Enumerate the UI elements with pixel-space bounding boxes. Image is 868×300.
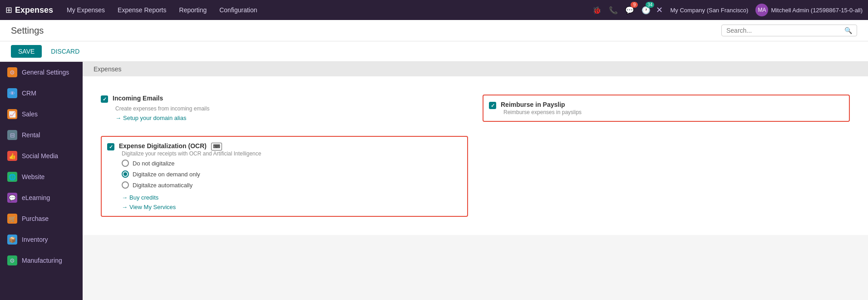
incoming-emails-title: Incoming Emails xyxy=(113,95,163,102)
ocr-title: Expense Digitalization (OCR) ⌨ xyxy=(119,142,222,150)
sidebar-item-label: Purchase xyxy=(22,215,49,222)
menu-configuration[interactable]: Configuration xyxy=(213,0,263,20)
rental-icon: ⊟ xyxy=(7,130,17,140)
reimburse-setting-wrapper: Reimburse in Payslip Reimburse expenses … xyxy=(475,87,857,129)
buy-credits-link[interactable]: → Buy credits xyxy=(122,194,462,201)
top-navigation: ⊞ Expenses My Expenses Expense Reports R… xyxy=(0,0,868,20)
ocr-setting: Expense Digitalization (OCR) ⌨ Digitaliz… xyxy=(101,136,468,217)
ocr-radio-auto[interactable]: Digitalize automatically xyxy=(122,181,462,189)
website-icon: 🌐 xyxy=(7,172,17,182)
content-area: Expenses Incoming Emails Create expenses… xyxy=(83,62,868,300)
search-input[interactable] xyxy=(726,27,844,34)
user-avatar: MA xyxy=(755,4,768,16)
sidebar-item-label: Inventory xyxy=(22,236,48,243)
sidebar-item-label: Website xyxy=(22,173,44,180)
purchase-icon: 🛒 xyxy=(7,214,17,224)
radio-none-outer xyxy=(122,160,129,167)
radio-demand-label: Digitalize on demand only xyxy=(133,171,200,178)
reimburse-title: Reimburse in Payslip xyxy=(501,101,565,108)
view-services-link[interactable]: → View My Services xyxy=(122,204,462,210)
radio-demand-outer xyxy=(122,170,129,178)
ocr-desc: Digitalize your receipts with OCR and Ar… xyxy=(122,150,462,157)
radio-none-label: Do not digitalize xyxy=(133,160,175,167)
sidebar: ⚙ General Settings 👁 CRM 📈 Sales ⊟ Renta… xyxy=(0,62,83,300)
radio-demand-inner xyxy=(123,172,127,176)
ocr-checkbox[interactable] xyxy=(107,143,114,150)
top-right-actions: 🐞 📞 💬 9 🕐 34 ✕ My Company (San Francisco… xyxy=(591,4,863,16)
ocr-radio-group: Do not digitalize Digitalize on demand o… xyxy=(122,160,462,189)
save-button[interactable]: SAVE xyxy=(11,45,42,58)
chat-icon[interactable]: 💬 9 xyxy=(623,4,636,16)
elearning-icon: 💬 xyxy=(7,193,17,203)
sidebar-item-purchase[interactable]: 🛒 Purchase xyxy=(0,208,83,229)
ocr-header: Expense Digitalization (OCR) ⌨ xyxy=(107,142,462,150)
menu-reporting[interactable]: Reporting xyxy=(173,0,213,20)
ocr-radio-none[interactable]: Do not digitalize xyxy=(122,160,462,167)
user-name: Mitchell Admin (12598867-15-0-all) xyxy=(771,7,863,14)
menu-expense-reports[interactable]: Expense Reports xyxy=(111,0,173,20)
ocr-setting-wrapper: Expense Digitalization (OCR) ⌨ Digitaliz… xyxy=(94,129,475,224)
ocr-keyboard-icon: ⌨ xyxy=(211,143,222,150)
manufacturing-icon: ⚙ xyxy=(7,255,17,265)
company-name[interactable]: My Company (San Francisco) xyxy=(666,7,752,14)
app-name: Expenses xyxy=(15,5,53,15)
reimburse-checkbox[interactable] xyxy=(489,102,496,109)
radio-auto-label: Digitalize automatically xyxy=(133,182,192,189)
sidebar-item-label: CRM xyxy=(22,90,36,97)
activity-icon[interactable]: 🕐 34 xyxy=(640,4,652,16)
sidebar-item-sales[interactable]: 📈 Sales xyxy=(0,104,83,125)
sidebar-item-label: General Settings xyxy=(22,69,69,76)
search-icon[interactable]: 🔍 xyxy=(844,27,852,34)
arrow-icon: → xyxy=(122,194,128,201)
sidebar-item-crm[interactable]: 👁 CRM xyxy=(0,83,83,104)
sidebar-item-website[interactable]: 🌐 Website xyxy=(0,166,83,187)
ocr-radio-demand[interactable]: Digitalize on demand only xyxy=(122,170,462,178)
bug-icon[interactable]: 🐞 xyxy=(591,4,603,16)
action-bar: SAVE DISCARD xyxy=(0,41,868,62)
sidebar-item-label: Rental xyxy=(22,131,40,139)
activity-badge: 34 xyxy=(646,2,654,8)
sidebar-item-inventory[interactable]: 📦 Inventory xyxy=(0,229,83,250)
settings-grid: Incoming Emails Create expenses from inc… xyxy=(83,76,868,235)
sidebar-item-general-settings[interactable]: ⚙ General Settings xyxy=(0,62,83,83)
right-column: Reimburse in Payslip Reimburse expenses … xyxy=(475,87,857,224)
sidebar-item-label: eLearning xyxy=(22,194,50,201)
app-logo[interactable]: Expenses xyxy=(15,5,53,15)
menu-my-expenses[interactable]: My Expenses xyxy=(60,0,111,20)
sidebar-item-label: Social Media xyxy=(22,152,58,160)
incoming-emails-setting: Incoming Emails Create expenses from inc… xyxy=(94,87,475,129)
sidebar-item-label: Sales xyxy=(22,110,38,118)
search-box[interactable]: 🔍 xyxy=(721,25,857,36)
subheader: Settings 🔍 xyxy=(0,20,868,41)
discard-button[interactable]: DISCARD xyxy=(45,45,85,58)
main-layout: ⚙ General Settings 👁 CRM 📈 Sales ⊟ Renta… xyxy=(0,62,868,300)
arrow-icon: → xyxy=(115,115,121,121)
incoming-emails-desc: Create expenses from incoming emails xyxy=(115,105,468,112)
general-settings-icon: ⚙ xyxy=(7,67,17,77)
inventory-icon: 📦 xyxy=(7,235,17,245)
sidebar-item-rental[interactable]: ⊟ Rental xyxy=(0,125,83,145)
left-column: Incoming Emails Create expenses from inc… xyxy=(94,87,475,224)
domain-alias-link[interactable]: → Setup your domain alias xyxy=(115,115,468,121)
sidebar-item-manufacturing[interactable]: ⚙ Manufacturing xyxy=(0,250,83,271)
radio-auto-outer xyxy=(122,181,129,189)
content-inner: Expenses Incoming Emails Create expenses… xyxy=(83,62,868,235)
arrow-icon: → xyxy=(122,204,128,210)
sidebar-item-social-media[interactable]: 👍 Social Media xyxy=(0,145,83,166)
chat-badge: 9 xyxy=(631,2,638,8)
grid-icon[interactable]: ⊞ xyxy=(5,5,12,15)
sales-icon: 📈 xyxy=(7,109,17,119)
reimburse-setting: Reimburse in Payslip Reimburse expenses … xyxy=(483,95,850,122)
section-header: Expenses xyxy=(83,62,868,76)
crm-icon: 👁 xyxy=(7,88,17,98)
phone-icon[interactable]: 📞 xyxy=(607,4,620,16)
social-media-icon: 👍 xyxy=(7,151,17,161)
sidebar-item-elearning[interactable]: 💬 eLearning xyxy=(0,187,83,208)
close-icon[interactable]: ✕ xyxy=(656,5,663,15)
incoming-emails-checkbox[interactable] xyxy=(101,95,108,103)
incoming-emails-header: Incoming Emails xyxy=(101,95,468,103)
user-menu[interactable]: MA Mitchell Admin (12598867-15-0-all) xyxy=(755,4,863,16)
section-title: Expenses xyxy=(94,65,121,73)
reimburse-desc: Reimburse expenses in payslips xyxy=(503,109,843,115)
reimburse-header: Reimburse in Payslip xyxy=(489,101,843,109)
